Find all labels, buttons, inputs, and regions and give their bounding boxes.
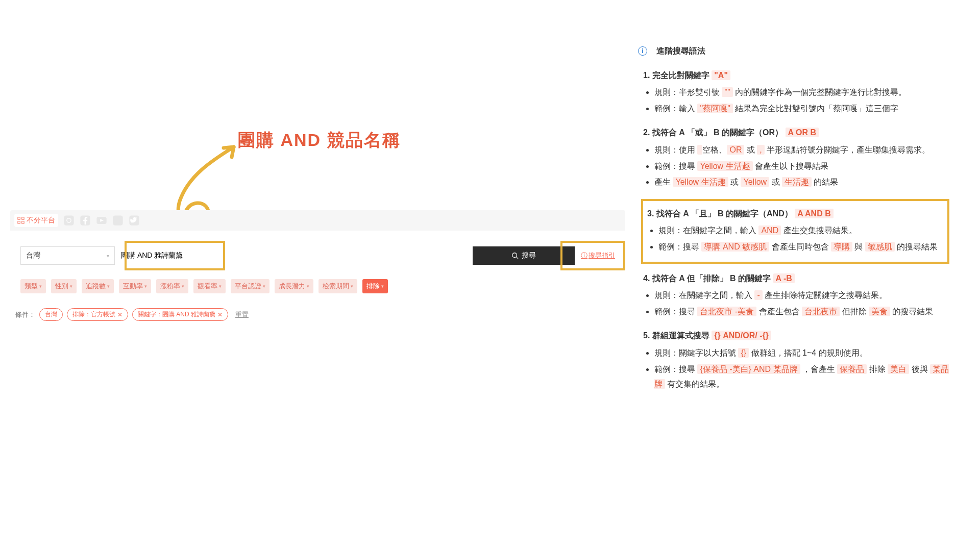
code-span: AND: [758, 226, 781, 235]
rule-bullet: 規則：在關鍵字之間，輸入 AND 產生交集搜尋結果。: [658, 223, 943, 238]
code-span: "蔡阿嘎": [697, 104, 732, 113]
svg-point-10: [512, 253, 517, 258]
condition-pill-1: 排除：官方帳號✕: [67, 308, 128, 321]
code-span: 保養品: [837, 364, 867, 374]
rule-title: 2. 找符合 A 「或」 B 的關鍵字（OR） A OR B: [643, 125, 949, 140]
code-span: 生活趣: [782, 177, 812, 187]
code-span: 導購 AND 敏感肌: [701, 242, 769, 252]
platform-tab-twitter[interactable]: [129, 215, 140, 226]
highlight-box-guide-link: [560, 241, 625, 270]
code-span: 敏感肌: [865, 242, 895, 252]
search-button[interactable]: 搜尋: [473, 246, 575, 265]
rule-bullet: 範例：搜尋 Yellow 生活趣 會產生以下搜尋結果: [654, 159, 949, 174]
platform-tab-all[interactable]: 不分平台: [14, 214, 58, 227]
chevron-down-icon: ▾: [39, 284, 42, 289]
filter-8[interactable]: 檢索期間▾: [318, 279, 357, 293]
filter-1[interactable]: 性別▾: [51, 279, 77, 293]
chevron-down-icon: ▾: [351, 284, 353, 289]
filter-4[interactable]: 漲粉率▾: [156, 279, 188, 293]
rule-block-4: 4. 找符合 A 但「排除」 B 的關鍵字 A -B規則：在關鍵字之間，輸入 -…: [643, 271, 949, 319]
rule-block-1: 1. 完全比對關鍵字 "A"規則：半形雙引號 "" 內的關鍵字作為一個完整關鍵字…: [643, 68, 949, 116]
code-span: Yellow 生活趣: [673, 177, 728, 187]
filter-label: 追蹤數: [86, 282, 106, 291]
facebook-icon: [80, 215, 91, 226]
panel-title: 進階搜尋語法: [656, 43, 705, 59]
rule-bullet: 規則：在關鍵字之間，輸入 - 產生排除特定關鍵字之搜尋結果。: [654, 288, 949, 303]
platform-tab-facebook[interactable]: [80, 215, 91, 226]
platform-tab-youtube[interactable]: [96, 215, 107, 226]
rule-bullet: 範例：輸入 "蔡阿嘎" 結果為完全比對雙引號內「蔡阿嘎」這三個字: [654, 101, 949, 116]
rule-list: 規則：半形雙引號 "" 內的關鍵字作為一個完整關鍵字進行比對搜尋。範例：輸入 "…: [643, 85, 949, 116]
condition-pill-0: 台灣: [39, 308, 63, 321]
filter-3[interactable]: 互動率▾: [119, 279, 151, 293]
filter-label: 漲粉率: [160, 282, 180, 291]
rule-bullet: 範例：搜尋 台北夜市 -美食 會產生包含 台北夜市 但排除 美食 的搜尋結果: [654, 304, 949, 319]
filter-7[interactable]: 成長潛力▾: [275, 279, 313, 293]
annotation-text: 團購 AND 競品名稱: [238, 129, 401, 152]
filter-exclude[interactable]: 排除▾: [362, 279, 388, 293]
code-span: 台北夜市: [802, 307, 840, 316]
rule-code: A OR B: [786, 128, 819, 137]
platform-tab-tiktok[interactable]: [112, 215, 124, 226]
code-span: Yellow 生活趣: [697, 161, 752, 171]
filter-2[interactable]: 追蹤數▾: [82, 279, 114, 293]
code-span: Yellow: [741, 177, 769, 187]
country-select[interactable]: 台灣 ▾: [20, 246, 115, 265]
search-icon: [511, 252, 519, 259]
condition-pill-2: 關鍵字：團購 AND 雅詩蘭黛✕: [132, 308, 228, 321]
youtube-icon: [96, 215, 107, 226]
chevron-down-icon: ▾: [70, 284, 72, 289]
info-icon: i: [638, 46, 647, 56]
chevron-down-icon: ▾: [263, 284, 265, 289]
filter-label: 互動率: [123, 282, 143, 291]
search-row: 台灣 ▾ 搜尋 ⓘ 搜尋指引: [10, 241, 625, 270]
chevron-down-icon: ▾: [219, 284, 222, 289]
rule-block-5: 5. 群組運算式搜尋 {} AND/OR/ -{}規則：關鍵字以大括號 {} 做…: [643, 328, 949, 391]
rule-list: 規則：使用 空格、OR 或 , 半形逗點符號分關鍵字，產生聯集搜尋需求。範例：搜…: [643, 142, 949, 190]
filter-5[interactable]: 觀看率▾: [193, 279, 226, 293]
rule-list: 規則：關鍵字以大括號 {} 做群組，搭配 1~4 的規則使用。範例：搜尋 {保養…: [643, 345, 949, 392]
platform-tab-instagram[interactable]: [63, 215, 75, 226]
rule-code: "A": [712, 70, 730, 80]
chevron-down-icon: ▾: [107, 253, 109, 259]
chevron-down-icon: ▾: [182, 284, 184, 289]
panel-heading: i 進階搜尋語法: [638, 43, 949, 59]
svg-rect-8: [113, 215, 122, 225]
filter-label: 性別: [55, 282, 68, 291]
svg-line-11: [517, 257, 519, 259]
platform-tabs: 不分平台: [10, 210, 625, 231]
syntax-help-panel: i 進階搜尋語法 1. 完全比對關鍵字 "A"規則：半形雙引號 "" 內的關鍵字…: [638, 43, 949, 401]
conditions-row: 條件： 台灣排除：官方帳號✕關鍵字：團購 AND 雅詩蘭黛✕ 重置: [10, 308, 625, 321]
rule-bullet: 範例：搜尋 導購 AND 敏感肌 會產生同時包含 導購 與 敏感肌 的搜尋結果: [658, 239, 943, 255]
code-span: 美食: [869, 307, 890, 316]
code-span: {保養品 -美白} AND 某品牌: [697, 364, 800, 374]
code-span: [697, 145, 702, 155]
instagram-icon: [63, 215, 75, 226]
reset-link[interactable]: 重置: [235, 310, 249, 319]
rule-bullet: 規則：關鍵字以大括號 {} 做群組，搭配 1~4 的規則使用。: [654, 345, 949, 361]
rule-block-3: 3. 找符合 A 「且」 B 的關鍵字（AND） A AND B規則：在關鍵字之…: [641, 199, 949, 264]
svg-rect-0: [18, 217, 20, 219]
rule-bullet: 產生 Yellow 生活趣 或 Yellow 或 生活趣 的結果: [654, 174, 949, 190]
rule-bullet: 範例：搜尋 {保養品 -美白} AND 某品牌 ，會產生 保養品 排除 美白 後…: [654, 362, 949, 392]
condition-text: 台灣: [45, 310, 57, 319]
rule-title: 1. 完全比對關鍵字 "A": [643, 68, 949, 83]
tiktok-icon: [112, 215, 124, 226]
chevron-down-icon: ▾: [307, 284, 309, 289]
close-icon[interactable]: ✕: [217, 311, 223, 318]
grid-icon: [17, 217, 24, 224]
filter-0[interactable]: 類型▾: [20, 279, 46, 293]
rule-block-2: 2. 找符合 A 「或」 B 的關鍵字（OR） A OR B規則：使用 空格、O…: [643, 125, 949, 189]
twitter-icon: [129, 215, 140, 226]
search-button-label: 搜尋: [522, 251, 536, 260]
code-span: -: [754, 290, 762, 300]
filter-6[interactable]: 平台認證▾: [231, 279, 270, 293]
code-span: "": [722, 87, 732, 97]
highlight-box-search-input: [125, 241, 225, 270]
conditions-label: 條件：: [15, 310, 35, 319]
code-span: 美白: [888, 364, 909, 374]
filter-label: 排除: [366, 282, 380, 291]
filter-label: 類型: [24, 282, 38, 291]
rule-list: 規則：在關鍵字之間，輸入 - 產生排除特定關鍵字之搜尋結果。範例：搜尋 台北夜市…: [643, 288, 949, 319]
close-icon[interactable]: ✕: [117, 311, 122, 318]
